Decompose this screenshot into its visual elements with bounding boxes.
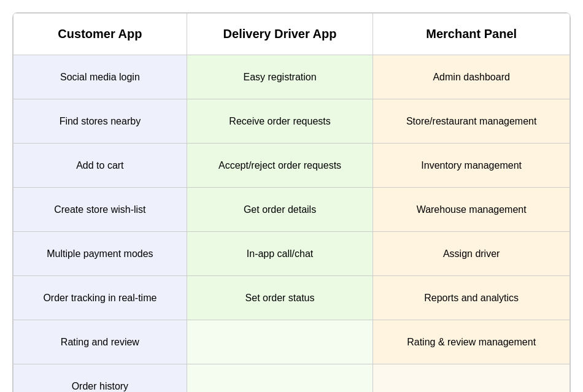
cell-driver-4: In-app call/chat	[187, 232, 373, 276]
cell-merchant-3: Warehouse management	[373, 188, 570, 232]
comparison-table: Customer App Delivery Driver App Merchan…	[12, 12, 571, 392]
cell-driver-6	[187, 320, 373, 364]
cell-driver-7	[187, 364, 373, 393]
cell-customer-3: Create store wish-list	[14, 188, 187, 232]
header-customer: Customer App	[14, 13, 187, 55]
cell-merchant-7	[373, 364, 570, 393]
cell-customer-4: Multiple payment modes	[14, 232, 187, 276]
cell-customer-6: Rating and review	[14, 320, 187, 364]
cell-merchant-5: Reports and analytics	[373, 276, 570, 320]
cell-customer-2: Add to cart	[14, 144, 187, 188]
cell-merchant-6: Rating & review management	[373, 320, 570, 364]
cell-driver-1: Receive order requests	[187, 99, 373, 144]
header-driver: Delivery Driver App	[187, 13, 373, 55]
cell-customer-7: Order history	[14, 364, 187, 393]
cell-driver-2: Accept/reject order requests	[187, 144, 373, 188]
cell-customer-0: Social media login	[14, 55, 187, 99]
cell-customer-1: Find stores nearby	[14, 99, 187, 144]
cell-merchant-0: Admin dashboard	[373, 55, 570, 99]
cell-merchant-1: Store/restaurant management	[373, 99, 570, 144]
cell-customer-5: Order tracking in real-time	[14, 276, 187, 320]
cell-driver-3: Get order details	[187, 188, 373, 232]
header-merchant: Merchant Panel	[373, 13, 570, 55]
cell-merchant-4: Assign driver	[373, 232, 570, 276]
cell-merchant-2: Inventory management	[373, 144, 570, 188]
cell-driver-0: Easy registration	[187, 55, 373, 99]
cell-driver-5: Set order status	[187, 276, 373, 320]
